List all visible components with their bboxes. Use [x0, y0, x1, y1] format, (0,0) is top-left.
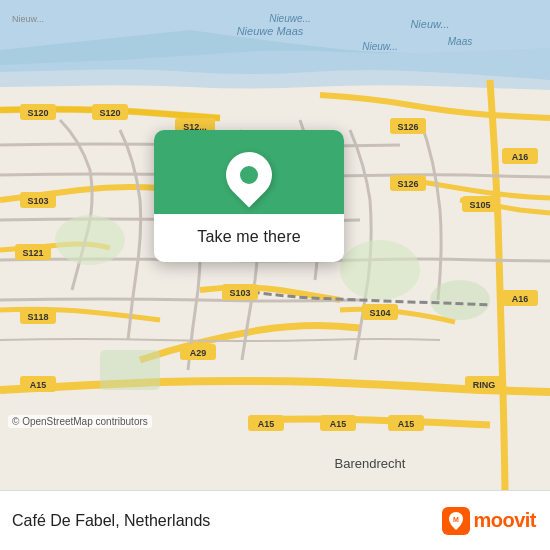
- popup-header: [154, 130, 344, 214]
- svg-text:S103: S103: [229, 288, 250, 298]
- svg-text:A15: A15: [30, 380, 47, 390]
- svg-text:S121: S121: [22, 248, 43, 258]
- svg-text:Nieuwe...: Nieuwe...: [269, 13, 311, 24]
- svg-text:Nieuw...: Nieuw...: [362, 41, 398, 52]
- location-pin-dot: [240, 166, 258, 184]
- svg-text:A15: A15: [258, 419, 275, 429]
- svg-text:A15: A15: [398, 419, 415, 429]
- svg-point-2: [340, 240, 420, 300]
- svg-text:Maas: Maas: [448, 36, 472, 47]
- svg-text:S120: S120: [99, 108, 120, 118]
- svg-text:A16: A16: [512, 294, 529, 304]
- popup-button-area: Take me there: [154, 214, 344, 262]
- copyright-text: © OpenStreetMap contributors: [8, 415, 152, 428]
- svg-text:S104: S104: [369, 308, 390, 318]
- take-me-there-button[interactable]: Take me there: [197, 224, 300, 250]
- svg-text:S126: S126: [397, 122, 418, 132]
- moovit-brand-icon: M: [442, 507, 470, 535]
- svg-text:A16: A16: [512, 152, 529, 162]
- svg-text:M: M: [454, 516, 460, 523]
- svg-text:Barendrecht: Barendrecht: [335, 456, 406, 471]
- svg-text:RING: RING: [473, 380, 496, 390]
- map-container: S120 S120 S126 S126 A16 A16 S103 S103 S1…: [0, 0, 550, 490]
- location-pin-icon: [216, 142, 281, 207]
- svg-text:A15: A15: [330, 419, 347, 429]
- svg-text:Nieuw...: Nieuw...: [410, 18, 449, 30]
- svg-point-1: [55, 215, 125, 265]
- svg-text:Nieuw...: Nieuw...: [12, 14, 44, 24]
- svg-point-3: [430, 280, 490, 320]
- bottom-bar: Café De Fabel, Netherlands M moovit: [0, 490, 550, 550]
- svg-text:S103: S103: [27, 196, 48, 206]
- svg-text:A29: A29: [190, 348, 207, 358]
- svg-text:S105: S105: [469, 200, 490, 210]
- svg-text:S118: S118: [27, 312, 48, 322]
- location-name: Café De Fabel, Netherlands: [12, 512, 210, 530]
- moovit-brand-text: moovit: [473, 509, 536, 532]
- svg-text:S126: S126: [397, 179, 418, 189]
- popup-card: Take me there: [154, 130, 344, 262]
- moovit-logo: M moovit: [442, 507, 536, 535]
- svg-text:S120: S120: [27, 108, 48, 118]
- svg-text:Nieuwe Maas: Nieuwe Maas: [237, 25, 304, 37]
- svg-rect-4: [100, 350, 160, 390]
